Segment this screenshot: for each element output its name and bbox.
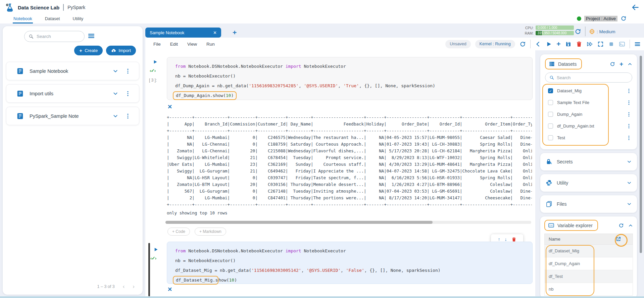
scrollbar-thumb[interactable]	[165, 221, 433, 224]
fullscreen-icon[interactable]	[597, 41, 604, 47]
datasets-add-icon[interactable]: +	[620, 62, 623, 66]
notebook-list-item[interactable]: PySpark_Sample Note	[6, 107, 139, 125]
variable-row[interactable]: df_Dump_Again	[544, 257, 633, 270]
dataset-checkbox[interactable]	[548, 123, 553, 129]
move-cell-down-icon[interactable]: ↓	[505, 237, 507, 242]
datasets-search-input[interactable]: Search	[545, 72, 632, 83]
delete-cell-trash-icon[interactable]	[511, 237, 516, 242]
project-refresh-icon[interactable]	[621, 15, 627, 21]
tab-close-icon[interactable]: ✕	[213, 30, 217, 35]
variables-refresh-icon[interactable]	[618, 223, 624, 228]
variables-collapse-icon[interactable]	[628, 223, 633, 228]
cell1-run-icon[interactable]	[153, 59, 158, 64]
code-cell-2[interactable]: from Notebook.DSNotebook.NotebookExecuto…	[167, 242, 533, 284]
output-close-icon[interactable]: ✕	[167, 103, 172, 110]
datasets-icon	[549, 61, 555, 67]
chevron-down-icon[interactable]	[113, 68, 118, 74]
move-cell-up-icon[interactable]: ↑	[498, 237, 500, 242]
kebab-menu-icon[interactable]	[626, 100, 632, 105]
add-code-button[interactable]: + Code	[167, 228, 190, 236]
chevron-down-icon[interactable]	[113, 91, 118, 96]
toolbar-hamburger-icon[interactable]	[634, 41, 641, 47]
list-menu-hamburger-icon[interactable]	[88, 32, 95, 40]
title-divider	[63, 4, 64, 11]
resource-refresh-icon[interactable]	[575, 28, 581, 35]
dataset-checkbox[interactable]	[548, 112, 553, 117]
dataset-item: Sample Text File	[545, 97, 632, 108]
selected-cell-indicator	[148, 243, 150, 296]
dataset-item: df_Dump_Again.txt	[545, 120, 632, 132]
variable-explorer-icon	[548, 222, 554, 229]
code-token: , {}, [], None, sparkSession)	[364, 268, 441, 273]
kebab-menu-icon[interactable]	[626, 112, 632, 117]
kebab-menu-icon[interactable]	[626, 123, 632, 129]
add-markdown-button[interactable]: + Markdown	[195, 228, 226, 236]
nav-tab-dataset[interactable]: Dataset	[44, 15, 61, 23]
tab-sample-notebook[interactable]: Sample Notebook ✕	[145, 28, 221, 38]
code-line: df_Dataset_Mig = nb.get_data('1156169830…	[175, 265, 524, 275]
chevron-down-icon[interactable]	[627, 159, 632, 164]
new-tab-button[interactable]: +	[233, 29, 237, 37]
code-token: from	[175, 248, 186, 253]
kebab-menu-icon[interactable]	[626, 135, 632, 141]
notebook-list-item[interactable]: Sample Notebook	[6, 62, 139, 80]
section-utility[interactable]: Utility	[540, 174, 637, 192]
kernel-refresh-icon[interactable]	[519, 41, 526, 47]
status-dot-green	[577, 16, 581, 21]
code-line: df_Dataset_Mig.show(10)	[175, 275, 524, 285]
add-cell-icon[interactable]: +	[556, 40, 560, 48]
nav-tab-notebook[interactable]: Notebook	[13, 15, 33, 23]
notebook-list-item[interactable]: Import utils	[6, 84, 139, 103]
sidebar-vertical-scrollbar[interactable]	[640, 56, 642, 253]
code-line: from Notebook.DSNotebook.NotebookExecuto…	[175, 246, 524, 256]
create-button[interactable]: + Create	[74, 46, 103, 55]
run-all-icon[interactable]	[587, 41, 593, 47]
nav-row: NotebookDatasetUtility Project : Active	[0, 15, 644, 23]
section-files[interactable]: Files	[540, 195, 637, 213]
dataset-item-label: Dump_Again	[557, 112, 622, 117]
open-variables-external-icon[interactable]	[615, 236, 621, 242]
unsaved-badge: Unsaved	[445, 40, 470, 48]
terminal-icon[interactable]	[619, 41, 625, 47]
chevron-down-icon[interactable]	[113, 113, 118, 119]
import-button[interactable]: Import	[106, 46, 136, 55]
notebook-search-input[interactable]: Search	[24, 31, 85, 42]
menu-run[interactable]: Run	[206, 42, 215, 47]
chevron-down-icon[interactable]	[627, 181, 632, 185]
section-secrets[interactable]: Secrets	[540, 153, 637, 170]
kebab-menu-icon[interactable]	[125, 68, 131, 74]
kebab-menu-icon[interactable]	[125, 91, 131, 97]
output2-close-icon[interactable]: ✕	[167, 286, 172, 293]
notebook-icon	[16, 90, 24, 97]
code-token: nb = NotebookExecutor()	[175, 73, 236, 79]
chevron-down-icon[interactable]	[627, 202, 632, 206]
save-notebook-icon[interactable]	[565, 41, 572, 47]
pagination-prev-icon[interactable]: ‹	[123, 283, 125, 290]
search-icon	[29, 34, 34, 39]
variable-row[interactable]: df_Dataset_Mig	[544, 245, 633, 257]
cell2-run-icon[interactable]	[153, 247, 158, 252]
variable-row[interactable]: df_Test	[544, 270, 633, 283]
dataset-checkbox[interactable]: ✓	[548, 88, 553, 93]
stop-kernel-icon[interactable]	[608, 41, 614, 47]
dataset-checkbox[interactable]	[548, 135, 553, 140]
kebab-menu-icon[interactable]	[626, 88, 632, 94]
kebab-menu-icon[interactable]	[125, 113, 131, 119]
run-cell-icon[interactable]	[546, 41, 552, 47]
code-token: Notebook.DSNotebook.NotebookExecutor	[186, 64, 285, 69]
datasets-refresh-icon[interactable]	[610, 61, 615, 67]
instance-size-label: : Medium	[597, 29, 615, 34]
project-status-label: Project : Active	[584, 16, 617, 21]
back-arrow-icon[interactable]	[631, 3, 639, 11]
menu-edit[interactable]: Edit	[170, 42, 178, 47]
variable-row[interactable]: nb	[544, 283, 633, 296]
delete-cell-icon[interactable]	[576, 41, 582, 47]
menu-file[interactable]: File	[153, 42, 161, 47]
dataset-checkbox[interactable]	[548, 100, 553, 105]
collapse-left-icon[interactable]	[535, 41, 541, 47]
code-cell-1[interactable]: from Notebook.DSNotebook.NotebookExecuto…	[167, 57, 533, 100]
menu-view[interactable]: View	[187, 42, 197, 47]
pagination-next-icon[interactable]: ›	[133, 283, 135, 290]
nav-tab-utility[interactable]: Utility	[72, 15, 84, 23]
datasets-collapse-icon[interactable]	[628, 62, 632, 66]
